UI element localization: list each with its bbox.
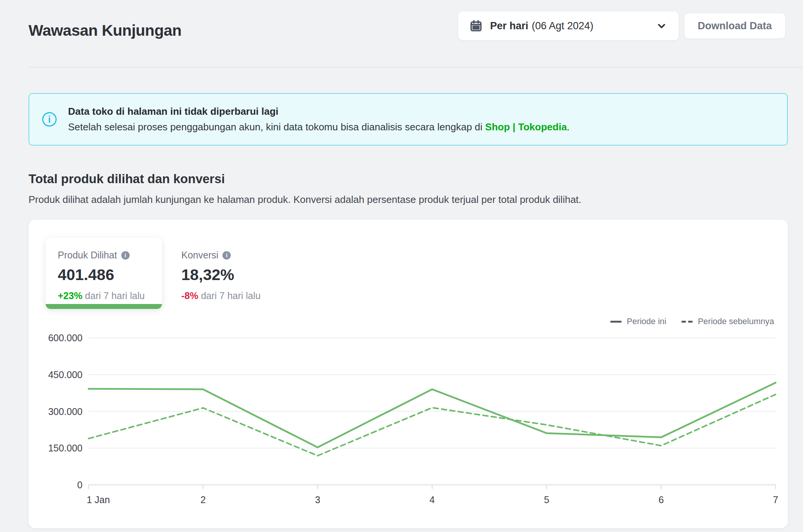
- metric-label: Konversi: [181, 250, 218, 261]
- legend-label: Periode sebelumnya: [698, 317, 774, 326]
- chevron-down-icon: [656, 20, 667, 32]
- legend-item-periode-ini: Periode ini: [610, 317, 666, 326]
- svg-text:5: 5: [544, 494, 549, 505]
- legend-label: Periode ini: [627, 317, 666, 326]
- svg-text:7: 7: [773, 494, 778, 505]
- chart-legend: Periode ini Periode sebelumnya: [610, 317, 774, 326]
- header-divider: [29, 67, 803, 68]
- info-filled-icon[interactable]: i: [222, 251, 231, 260]
- metric-delta: -8%: [181, 290, 198, 301]
- svg-text:4: 4: [430, 494, 435, 505]
- section-description: Produk dilihat adalah jumlah kunjungan k…: [29, 194, 581, 206]
- calendar-icon: [470, 19, 482, 32]
- tab-konversi[interactable]: Konversi i 18,32% -8% dari 7 hari lalu: [169, 238, 291, 309]
- metric-value: 401.486: [58, 266, 150, 284]
- period-selector-label: Per hari: [490, 20, 528, 32]
- metric-delta: +23%: [58, 290, 83, 301]
- page-title: Wawasan Kunjungan: [29, 22, 181, 40]
- svg-text:1 Jan: 1 Jan: [87, 494, 110, 505]
- svg-text:300.000: 300.000: [48, 406, 83, 417]
- metric-label: Produk Dilihat: [58, 250, 117, 261]
- solid-line-marker-icon: [610, 321, 622, 323]
- svg-text:150.000: 150.000: [48, 443, 83, 453]
- svg-text:2: 2: [200, 494, 206, 505]
- download-data-button[interactable]: Download Data: [684, 13, 786, 39]
- banner-body-suffix: .: [567, 121, 570, 133]
- dashed-line-marker-icon: [681, 321, 693, 323]
- period-selector-dropdown[interactable]: Per hari (06 Agt 2024): [458, 11, 679, 40]
- legend-item-periode-sebelumnya: Periode sebelumnya: [681, 317, 774, 326]
- visits-chart: 0150.000300.000450.000600.0001 Jan234567: [29, 330, 788, 524]
- banner-text: Data toko di halaman ini tidak diperbaru…: [68, 106, 570, 133]
- svg-text:3: 3: [315, 494, 320, 505]
- metric-delta-text: dari 7 hari lalu: [201, 290, 260, 301]
- svg-text:450.000: 450.000: [48, 369, 83, 380]
- chart-area: 0150.000300.000450.000600.0001 Jan234567: [29, 330, 788, 524]
- banner-body: Setelah selesai proses penggabungan akun…: [68, 121, 570, 133]
- svg-text:0: 0: [77, 480, 83, 490]
- visits-chart-card: Produk Dilihat i 401.486 +23% dari 7 har…: [29, 220, 788, 528]
- svg-text:6: 6: [659, 494, 664, 505]
- tab-produk-dilihat[interactable]: Produk Dilihat i 401.486 +23% dari 7 har…: [46, 238, 162, 309]
- banner-body-text: Setelah selesai proses penggabungan akun…: [68, 121, 485, 133]
- section-title: Total produk dilihat dan konversi: [29, 172, 225, 186]
- shop-tokopedia-link[interactable]: Shop | Tokopedia: [485, 121, 567, 133]
- info-filled-icon[interactable]: i: [121, 251, 130, 260]
- period-selector-detail: (06 Agt 2024): [532, 20, 594, 32]
- svg-text:600.000: 600.000: [48, 332, 83, 343]
- info-circle-icon: i: [42, 112, 57, 127]
- active-tab-underline: [46, 304, 162, 309]
- metric-delta-text: dari 7 hari lalu: [85, 290, 145, 301]
- metric-value: 18,32%: [181, 266, 279, 284]
- store-data-notice-banner: i Data toko di halaman ini tidak diperba…: [29, 93, 788, 146]
- banner-title: Data toko di halaman ini tidak diperbaru…: [68, 106, 570, 117]
